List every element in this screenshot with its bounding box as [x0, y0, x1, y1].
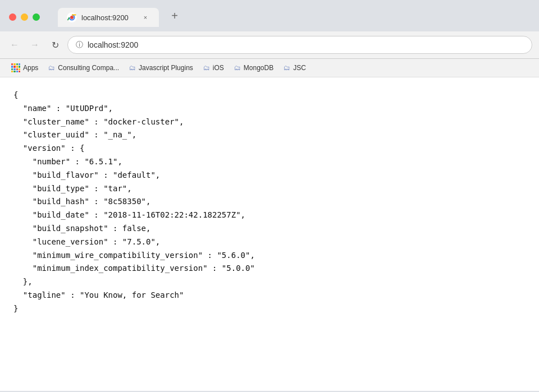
bookmark-label: Consulting Compa...	[58, 64, 119, 72]
back-button[interactable]: ←	[7, 37, 22, 53]
bookmarks-bar: Apps 🗂 Consulting Compa... 🗂 Javascript …	[0, 59, 539, 77]
bookmark-consulting[interactable]: 🗂 Consulting Compa...	[44, 62, 124, 74]
address-bar[interactable]: ⓘ localhost:9200	[67, 36, 532, 54]
bookmark-label: JSC	[293, 64, 306, 72]
bookmark-label: MongoDB	[244, 64, 273, 72]
apps-icon	[11, 63, 20, 72]
reload-button[interactable]: ↻	[47, 37, 63, 53]
bookmark-mongodb[interactable]: 🗂 MongoDB	[230, 62, 278, 74]
bookmark-js-plugins[interactable]: 🗂 Javascript Plugins	[125, 62, 198, 74]
address-text: localhost:9200	[88, 40, 138, 49]
active-tab[interactable]: localhost:9200 ×	[58, 8, 159, 27]
folder-icon: 🗂	[48, 64, 55, 72]
maximize-window-button[interactable]	[33, 13, 40, 21]
apps-label: Apps	[23, 64, 38, 72]
svg-point-1	[70, 16, 74, 19]
bookmark-jsc[interactable]: 🗂 JSC	[279, 62, 310, 74]
new-tab-button[interactable]: +	[166, 7, 184, 25]
folder-icon: 🗂	[129, 64, 136, 72]
info-icon: ⓘ	[76, 40, 83, 50]
navigation-bar: ← → ↻ ⓘ localhost:9200	[0, 31, 539, 59]
page-content: { "name" : "UtUDPrd", "cluster_name" : "…	[0, 77, 539, 391]
json-response: { "name" : "UtUDPrd", "cluster_name" : "…	[13, 89, 526, 316]
minimize-window-button[interactable]	[21, 13, 28, 21]
tab-favicon	[67, 12, 77, 22]
bookmark-label: Javascript Plugins	[139, 64, 193, 72]
title-bar: localhost:9200 × +	[0, 0, 539, 31]
folder-icon: 🗂	[203, 64, 210, 72]
traffic-lights	[9, 13, 40, 21]
bookmark-label: iOS	[213, 64, 224, 72]
close-window-button[interactable]	[9, 13, 16, 21]
bookmark-apps[interactable]: Apps	[7, 61, 43, 75]
folder-icon: 🗂	[284, 64, 290, 72]
forward-button[interactable]: →	[27, 37, 43, 53]
folder-icon: 🗂	[234, 64, 241, 72]
address-value: localhost:9200	[88, 40, 138, 49]
browser-window: localhost:9200 × + ← → ↻ ⓘ localhost:920…	[0, 0, 539, 391]
tab-bar: localhost:9200 × +	[49, 7, 530, 27]
tab-title: localhost:9200	[81, 13, 136, 22]
tab-close-button[interactable]: ×	[141, 13, 150, 22]
bookmark-ios[interactable]: 🗂 iOS	[199, 62, 229, 74]
